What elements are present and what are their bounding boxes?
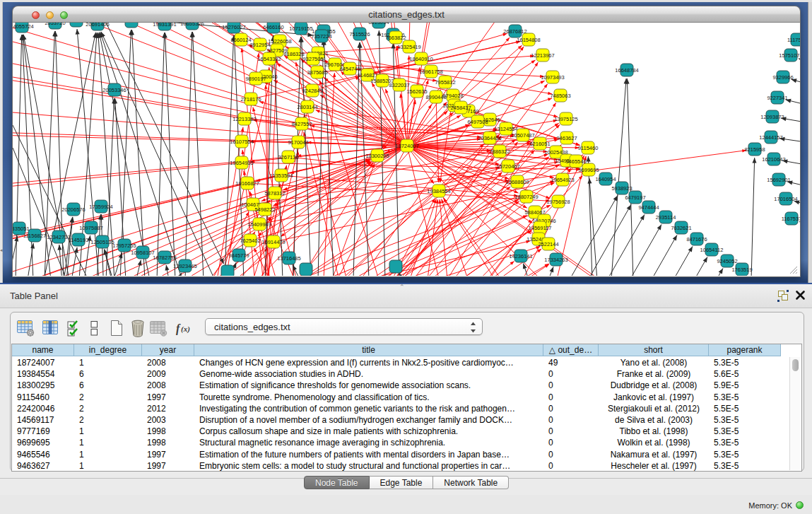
float-panel-icon[interactable] — [777, 290, 789, 302]
cell-name: 9463627 — [17, 460, 73, 472]
graph-node-label: 20364436 — [478, 135, 501, 141]
graph-node-label: 20053346 — [102, 87, 126, 93]
red-edge[interactable] — [367, 42, 520, 75]
black-edge[interactable] — [225, 35, 234, 276]
tab-network-table[interactable]: Network Table — [433, 476, 509, 489]
column-header-title[interactable]: title — [194, 344, 543, 356]
network-canvas[interactable]: 1405572420537201984563206914061993139110… — [12, 23, 801, 277]
black-edge[interactable] — [751, 158, 755, 276]
delete-table-icon[interactable] — [129, 319, 147, 340]
black-edge[interactable] — [615, 224, 661, 276]
edge-arrowhead — [457, 115, 461, 119]
graph-node[interactable] — [221, 265, 234, 276]
graph-node[interactable] — [389, 260, 402, 273]
table-row[interactable]: 1456911722003Disruption of a novel membe… — [12, 414, 781, 426]
window-resize-grip[interactable] — [789, 266, 798, 274]
edge-arrowhead — [165, 265, 170, 271]
left-splitter-handle-icon[interactable]: ◂ — [0, 247, 3, 252]
graph-node-label: 1562635 — [406, 88, 427, 95]
column-header-in_degree[interactable]: in_degree — [74, 344, 142, 356]
cell-pagerank: 5.3E-5 — [714, 357, 779, 368]
black-edge[interactable] — [646, 246, 693, 276]
black-edge[interactable] — [571, 195, 618, 276]
table-row[interactable]: 977716911998Corpus callosum shape and si… — [12, 426, 781, 437]
table-select-dropdown[interactable]: citations_edges.txt — [205, 318, 483, 335]
column-header-short[interactable]: short — [599, 344, 709, 356]
right-panel-splitter[interactable] — [808, 2, 812, 283]
black-edge[interactable] — [661, 257, 707, 276]
table-row[interactable]: 1830029562008Estimation of significance … — [12, 380, 781, 391]
graph-node-label: 7357224 — [311, 33, 331, 40]
window-titlebar[interactable]: citations_edges.txt — [12, 6, 801, 23]
status-bar: Memory: OK — [0, 495, 812, 514]
table-row[interactable]: 911546021997Tourette syndrome. Phenomeno… — [12, 392, 781, 403]
clear-selection-icon[interactable] — [88, 319, 100, 340]
red-edge[interactable] — [299, 47, 524, 276]
black-edge[interactable] — [106, 98, 114, 276]
graph-node-label: 13124554 — [494, 126, 517, 132]
table-vertical-scrollbar[interactable] — [789, 357, 801, 470]
table-row[interactable]: 946362711997Embryonic stem cells: a mode… — [12, 460, 781, 472]
tab-node-table[interactable]: Node Table — [304, 476, 370, 489]
red-edge[interactable] — [13, 163, 242, 186]
graph-node-label: 16210643 — [762, 156, 785, 163]
close-panel-icon[interactable] — [795, 290, 806, 300]
table-row[interactable]: 946554611997Estimation of the future num… — [12, 449, 781, 460]
cell-name: 14569117 — [17, 414, 73, 426]
table-column-icon[interactable] — [41, 319, 59, 340]
black-edge[interactable] — [630, 235, 677, 276]
cell-title: Embryonic stem cells: a model to study s… — [199, 460, 542, 472]
cell-pagerank: 5.5E-5 — [714, 403, 779, 414]
table-row[interactable]: 1938455462009Genome-wide association stu… — [12, 368, 781, 380]
graph-node-label: 19654923 — [551, 177, 574, 183]
edge-arrowhead — [514, 190, 518, 193]
cell-name: 18300295 — [17, 380, 73, 391]
left-panel-splitter[interactable]: ◂ — [0, 2, 3, 283]
black-edge[interactable] — [676, 268, 723, 276]
graph-node-label: 8186328 — [283, 51, 304, 57]
node-table[interactable]: namein_degreeyeartitle△ out_de…shortpage… — [11, 344, 802, 472]
red-edge[interactable] — [312, 205, 551, 276]
graph-node-label: 9845779 — [228, 252, 249, 259]
graph-node-label: 19756928 — [546, 199, 570, 205]
select-rows-icon[interactable] — [66, 319, 83, 340]
graph-node-label: 18640910 — [409, 56, 433, 62]
cell-pagerank: 5.6E-5 — [714, 368, 779, 380]
column-header-out_de[interactable]: △ out_de… — [543, 344, 599, 356]
network-graph[interactable]: 1405572420537201984563206914061993139110… — [13, 23, 800, 276]
table-row[interactable]: 969969511998Structural magnetic resonanc… — [12, 437, 781, 448]
graph-node[interactable] — [125, 23, 138, 28]
scrollbar-thumb[interactable] — [792, 359, 799, 371]
table-row[interactable]: 1872400712008Changes of HCN gene express… — [12, 357, 781, 368]
cell-name: 19384554 — [17, 368, 73, 380]
function-builder-icon[interactable]: f (x) — [175, 319, 196, 340]
graph-node-label: 15276027 — [222, 24, 245, 30]
panel-splitter-handle-icon[interactable]: ⌃ — [399, 284, 405, 291]
column-header-year[interactable]: year — [142, 344, 194, 356]
cell-short: Hescheler et al. (1997) — [599, 460, 709, 472]
graph-node-label: 9115460 — [578, 145, 599, 151]
graph-node-label: 5878312 — [264, 190, 285, 197]
cell-year: 1997 — [147, 392, 193, 403]
table-settings-icon[interactable] — [16, 319, 35, 340]
graph-node[interactable] — [300, 263, 312, 276]
new-document-icon[interactable] — [108, 319, 125, 340]
graph-node-label: 9463627 — [556, 135, 577, 141]
edge-arrowhead — [688, 246, 693, 252]
graph-node-label: 15226058 — [268, 38, 291, 45]
tab-edge-table[interactable]: Edge Table — [370, 476, 434, 489]
black-edge[interactable] — [185, 32, 192, 276]
table-row[interactable]: 2242004622012Investigating the contribut… — [12, 403, 781, 414]
graph-node-label: 9245052 — [717, 258, 737, 264]
cell-in_degree: 1 — [79, 460, 141, 472]
black-edge[interactable] — [627, 78, 633, 276]
cell-title: Disruption of a novel member of a sodium… — [199, 414, 542, 426]
red-edge[interactable] — [13, 42, 407, 146]
cell-short: Stergiakouli et al. (2012) — [599, 403, 709, 414]
red-edge[interactable] — [242, 163, 580, 170]
black-edge[interactable] — [13, 148, 65, 276]
column-header-pagerank[interactable]: pagerank — [709, 344, 781, 356]
column-header-name[interactable]: name — [12, 344, 74, 356]
cell-pagerank: 5.3E-5 — [714, 437, 779, 448]
edge-arrowhead — [546, 205, 551, 208]
